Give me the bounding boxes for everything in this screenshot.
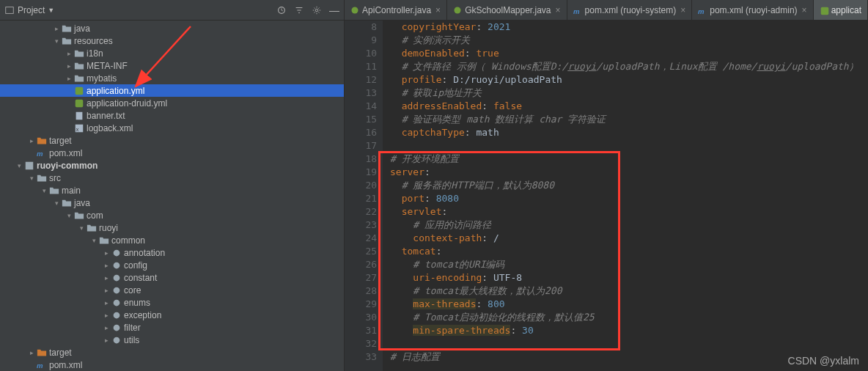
tree-item-i18n[interactable]: ▸i18n: [0, 47, 344, 59]
caret-icon[interactable]: ▸: [102, 312, 111, 319]
caret-icon[interactable]: ▸: [102, 262, 111, 269]
tree-item-annotation[interactable]: ▸annotation: [0, 246, 344, 259]
code-line[interactable]: # 日志配置: [390, 350, 868, 364]
tree-item-target[interactable]: ▸target: [0, 134, 344, 147]
tree-item-java[interactable]: ▾java: [0, 196, 344, 209]
close-icon[interactable]: ×: [556, 5, 561, 15]
close-icon[interactable]: ×: [802, 5, 807, 15]
caret-icon[interactable]: ▸: [102, 249, 111, 257]
code-line[interactable]: copyrightYear: 2021: [390, 21, 868, 34]
editor[interactable]: 8910111213141516171819202122232425262728…: [345, 21, 868, 371]
tab-applicat[interactable]: applicat: [814, 0, 868, 20]
tree-item-application-druid-yml[interactable]: application-druid.yml: [0, 97, 344, 109]
tree-item-ruoyi-common[interactable]: ▾ruoyi-common: [0, 159, 344, 172]
tree-item-pom-xml[interactable]: mpom.xml: [0, 359, 344, 371]
caret-icon[interactable]: ▾: [89, 237, 98, 244]
caret-icon[interactable]: ▸: [102, 274, 111, 282]
tree-item-resources[interactable]: ▾resources: [0, 34, 344, 47]
tree-item-filter[interactable]: ▸filter: [0, 321, 344, 334]
tab-apicontroller-java[interactable]: ApiController.java×: [345, 0, 447, 20]
project-panel: Project ▼ — ▸java▾resources▸i18n▸META-IN…: [0, 0, 345, 371]
tree-item-utils[interactable]: ▸utils: [0, 334, 344, 346]
line-number: 21: [345, 192, 377, 205]
svg-text:m: m: [698, 7, 705, 15]
gear-icon[interactable]: [312, 5, 322, 15]
tree-item-mybatis[interactable]: ▸mybatis: [0, 72, 344, 84]
line-number: 31: [345, 324, 377, 337]
tab-gkschoolmapper-java[interactable]: GkSchoolMapper.java×: [447, 0, 567, 20]
caret-icon[interactable]: ▸: [52, 25, 61, 32]
caret-icon[interactable]: ▾: [77, 224, 86, 232]
close-icon[interactable]: ×: [435, 5, 441, 15]
line-number: 22: [345, 205, 377, 218]
code-area[interactable]: copyrightYear: 2021 # 实例演示开关 demoEnabled…: [383, 21, 868, 371]
code-line[interactable]: addressEnabled: false: [390, 100, 868, 113]
folder-icon: [61, 36, 73, 46]
svg-text:m: m: [37, 149, 43, 157]
editor-tabs: ApiController.java×GkSchoolMapper.java×m…: [345, 0, 868, 21]
caret-icon[interactable]: ▾: [40, 187, 48, 194]
caret-icon[interactable]: ▾: [27, 175, 36, 182]
code-line[interactable]: # 文件路径 示例（ Windows配置D:/ruoyi/uploadPath，…: [390, 60, 868, 73]
tab-pom-xml-ruoyi-system-[interactable]: mpom.xml (ruoyi-system)×: [567, 0, 693, 20]
caret-icon[interactable]: ▸: [102, 337, 111, 344]
tree-item-enums[interactable]: ▸enums: [0, 296, 344, 309]
line-number: 25: [345, 245, 377, 258]
tree-item-label: common: [111, 235, 145, 246]
editor-panel: ApiController.java×GkSchoolMapper.java×m…: [345, 0, 868, 371]
tree-item-pom-xml[interactable]: mpom.xml: [0, 147, 344, 159]
tree-item-main[interactable]: ▾main: [0, 184, 344, 196]
tree-item-java[interactable]: ▸java: [0, 22, 344, 34]
tree-item-core[interactable]: ▸core: [0, 284, 344, 296]
project-tree[interactable]: ▸java▾resources▸i18n▸META-INF▸mybatisapp…: [0, 21, 344, 371]
line-number: 16: [345, 126, 377, 139]
caret-icon[interactable]: ▸: [102, 287, 111, 294]
tree-item-label: java: [74, 23, 90, 34]
sync-icon[interactable]: [276, 5, 287, 15]
pkg-icon: [111, 285, 122, 295]
tree-item-src[interactable]: ▾src: [0, 172, 344, 184]
caret-icon[interactable]: ▸: [102, 324, 111, 331]
caret-icon[interactable]: ▾: [52, 37, 61, 45]
caret-icon[interactable]: ▸: [102, 299, 111, 306]
caret-icon[interactable]: ▾: [15, 162, 23, 169]
code-line[interactable]: captchaType: math: [390, 126, 868, 139]
tab-pom-xml-ruoyi-admin-[interactable]: mpom.xml (ruoyi-admin)×: [692, 0, 813, 20]
line-number: 32: [345, 337, 377, 350]
tree-item-label: config: [124, 260, 147, 271]
tree-item-application-yml[interactable]: application.yml: [0, 84, 344, 97]
code-line[interactable]: # 验证码类型 math 数组计算 char 字符验证: [390, 113, 868, 126]
filter-icon[interactable]: [294, 5, 304, 15]
project-title[interactable]: Project ▼: [4, 5, 276, 15]
tree-item-target[interactable]: ▸target: [0, 346, 344, 359]
close-icon[interactable]: ×: [680, 5, 685, 15]
caret-icon[interactable]: ▸: [65, 75, 73, 82]
tree-item-config[interactable]: ▸config: [0, 259, 344, 271]
code-line[interactable]: # 获取ip地址开关: [390, 87, 868, 100]
minimize-icon[interactable]: —: [329, 4, 339, 16]
caret-icon[interactable]: ▸: [65, 62, 73, 70]
code-line[interactable]: demoEnabled: true: [390, 47, 868, 60]
tree-item-meta-inf[interactable]: ▸META-INF: [0, 59, 344, 72]
tree-item-banner-txt[interactable]: banner.txt: [0, 109, 344, 122]
tree-item-ruoyi[interactable]: ▾ruoyi: [0, 221, 344, 234]
code-line[interactable]: # 实例演示开关: [390, 34, 868, 47]
tree-item-constant[interactable]: ▸constant: [0, 271, 344, 284]
tree-item-com[interactable]: ▾com: [0, 209, 344, 221]
line-number: 20: [345, 179, 377, 192]
tree-item-common[interactable]: ▾common: [0, 234, 344, 246]
line-number: 30: [345, 311, 377, 324]
caret-icon[interactable]: ▾: [52, 199, 61, 207]
caret-icon[interactable]: ▸: [65, 50, 73, 57]
svg-rect-5: [76, 111, 83, 120]
caret-icon[interactable]: ▸: [27, 137, 36, 144]
tree-item-label: com: [87, 210, 103, 221]
line-number: 12: [345, 73, 377, 87]
code-line[interactable]: profile: D:/ruoyi/uploadPath: [390, 73, 868, 87]
tree-item-logback-xml[interactable]: xlogback.xml: [0, 122, 344, 134]
caret-icon[interactable]: ▸: [27, 349, 36, 356]
tree-item-exception[interactable]: ▸exception: [0, 309, 344, 321]
caret-icon[interactable]: ▾: [65, 212, 73, 219]
line-number: 27: [345, 271, 377, 284]
line-number: 10: [345, 47, 377, 60]
